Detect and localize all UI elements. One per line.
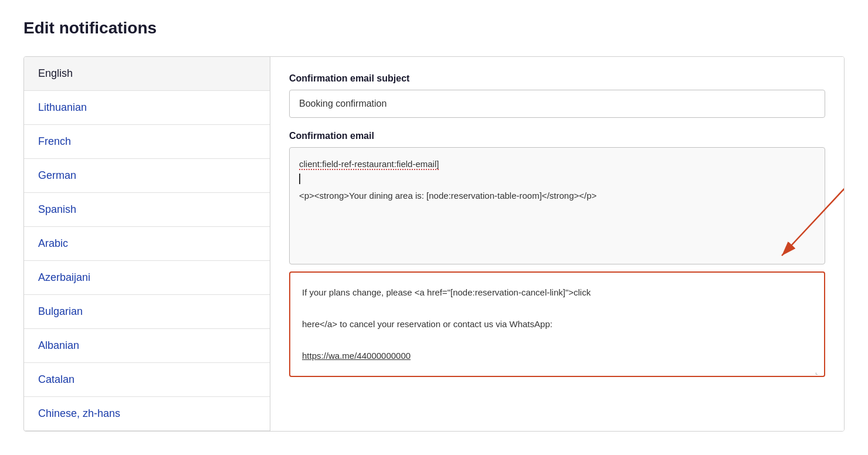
highlighted-email-section[interactable]: If your plans change, please <a href="[n… [289, 271, 825, 377]
resize-handle-icon[interactable]: ⌞ [815, 367, 822, 374]
sidebar-item-bulgarian[interactable]: Bulgarian [24, 295, 270, 329]
subject-label: Confirmation email subject [289, 73, 825, 84]
content-area: Confirmation email subject Confirmation … [270, 57, 844, 431]
email-label: Confirmation email [289, 131, 825, 141]
sidebar-item-english[interactable]: English [24, 57, 270, 91]
subject-input[interactable] [289, 90, 825, 118]
page-title: Edit notifications [23, 19, 845, 38]
highlighted-text-line1: If your plans change, please <a href="[n… [302, 287, 591, 297]
page-container: Edit notifications English Lithuanian Fr… [0, 0, 868, 450]
sidebar-item-french[interactable]: French [24, 125, 270, 159]
text-cursor [299, 174, 300, 184]
email-token: client:field-ref-restaurant:field-email] [299, 159, 439, 170]
sidebar-item-arabic[interactable]: Arabic [24, 227, 270, 261]
email-body-preview[interactable]: client:field-ref-restaurant:field-email]… [289, 147, 825, 264]
sidebar-item-catalan[interactable]: Catalan [24, 363, 270, 397]
email-html-content: <p><strong>Your dining area is: [node:re… [299, 189, 815, 203]
sidebar-item-azerbaijani[interactable]: Azerbaijani [24, 261, 270, 295]
main-panel: English Lithuanian French German Spanish… [23, 56, 845, 432]
highlighted-text-line2: here</a> to cancel your reservation or c… [302, 319, 552, 329]
language-sidebar: English Lithuanian French German Spanish… [24, 57, 270, 431]
sidebar-item-lithuanian[interactable]: Lithuanian [24, 91, 270, 125]
sidebar-item-spanish[interactable]: Spanish [24, 193, 270, 227]
sidebar-item-german[interactable]: German [24, 159, 270, 193]
sidebar-item-chinese-zh-hans[interactable]: Chinese, zh-hans [24, 397, 270, 431]
sidebar-item-albanian[interactable]: Albanian [24, 329, 270, 363]
whatsapp-link: https://wa.me/44000000000 [302, 351, 411, 361]
